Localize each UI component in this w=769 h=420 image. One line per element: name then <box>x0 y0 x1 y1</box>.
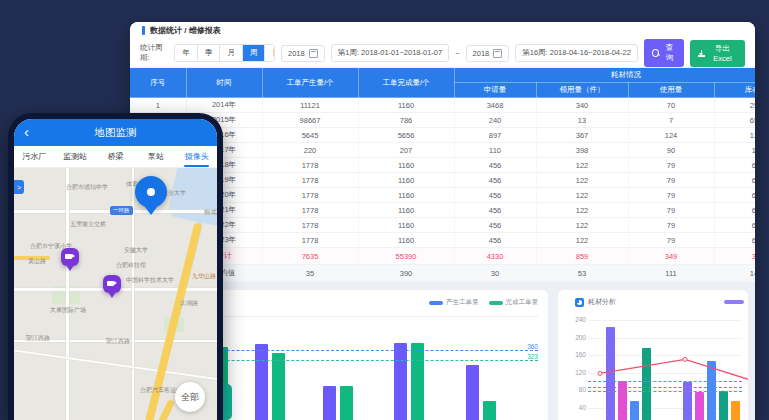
table-cell: 897 <box>454 128 536 143</box>
table-cell: 7635 <box>262 248 358 265</box>
table-cell: 79 <box>628 218 714 233</box>
legend-item[interactable]: 完成工单量 <box>489 298 539 307</box>
legend-label: 完成工单量 <box>506 298 539 307</box>
period-option-月[interactable]: 月 <box>220 45 243 61</box>
end-week-input[interactable]: 第16周: 2018-04-16~2018-04-22 <box>515 44 638 62</box>
table-cell: 1160 <box>358 203 454 218</box>
reference-line-label: 323 <box>527 353 538 360</box>
table-cell: 1160 <box>358 233 454 248</box>
period-option-日[interactable]: 日 <box>265 45 275 61</box>
map-place-label: 九华山路 <box>192 272 216 281</box>
location-pin-icon[interactable] <box>135 176 167 208</box>
export-excel-button[interactable]: 导出Excel <box>690 40 745 67</box>
phone-tab-摄像头[interactable]: 摄像头 <box>176 146 217 167</box>
table-cell: 30 <box>454 265 536 282</box>
table-cell: 207 <box>358 143 454 158</box>
table-cell: 19 <box>714 143 755 158</box>
map-place-label: 望江西路 <box>106 337 130 346</box>
query-button[interactable]: 查询 <box>644 39 684 67</box>
table-cell: 67 <box>714 173 755 188</box>
table-average-row: 平均值353903053111141 <box>130 265 755 282</box>
table-header: 工单完成量/个 <box>358 68 454 98</box>
bar <box>272 353 285 420</box>
bar <box>323 386 336 420</box>
table-cell: 2014年 <box>186 98 262 113</box>
table-row: 72020年177811604561227967 <box>130 188 755 203</box>
table-cell: 786 <box>358 113 454 128</box>
map-place-label: 合肥市琥珀中学 <box>66 183 108 192</box>
table-cell: 79 <box>628 188 714 203</box>
table-cell: 1160 <box>358 158 454 173</box>
phone-tab-监测站[interactable]: 监测站 <box>55 146 96 167</box>
table-row: 62019年177811604561227967 <box>130 173 755 188</box>
table-cell: 456 <box>454 158 536 173</box>
table-cell: 79 <box>628 203 714 218</box>
trend-line <box>558 290 748 420</box>
table-cell: 456 <box>454 173 536 188</box>
report-table-wrap: 序号时间工单产生量/个工单完成量/个耗材情况申请量领用量（件）使用量库存量120… <box>130 68 755 282</box>
bar <box>466 365 479 420</box>
map-place-label: 安徽大学 <box>124 246 148 255</box>
legend-pill-icon <box>489 301 503 305</box>
table-cell: 141 <box>714 265 755 282</box>
table-cell: 33 <box>714 248 755 265</box>
calendar-icon <box>493 49 502 58</box>
phone-tab-污水厂[interactable]: 污水厂 <box>14 146 55 167</box>
table-cell: 53 <box>536 265 628 282</box>
period-option-年[interactable]: 年 <box>175 45 198 61</box>
table-cell: 110 <box>454 143 536 158</box>
expand-arrow-icon[interactable]: > <box>14 180 24 194</box>
map-place-label: 五里墩立交桥 <box>70 220 106 229</box>
start-year-select[interactable]: 2018 <box>281 45 325 62</box>
bar <box>340 386 353 420</box>
table-cell: 122 <box>536 218 628 233</box>
table-cell: 456 <box>454 188 536 203</box>
table-cell: 70 <box>628 98 714 113</box>
camera-pin-icon[interactable] <box>61 248 79 266</box>
workorder-chart-legend: 产生工单量完成工单量 <box>429 298 538 307</box>
table-subheader: 库存量 <box>714 83 755 98</box>
table-cell: 456 <box>454 203 536 218</box>
period-option-季[interactable]: 季 <box>198 45 221 61</box>
table-row: 102023年177811604561227967 <box>130 233 755 248</box>
table-cell: 3468 <box>454 98 536 113</box>
table-cell: 122 <box>536 173 628 188</box>
filter-bar: 统计周期: 年季月周日 2018 第1周: 2018-01-01~2018-01… <box>130 39 755 68</box>
table-cell: 220 <box>262 143 358 158</box>
consumable-chart-card: 耗材分析 2402001601208040 <box>558 290 748 420</box>
table-row: 82021年177811604561227967 <box>130 203 755 218</box>
breadcrumb-accent <box>142 26 145 35</box>
map-place-label: 望江西路 <box>26 334 50 343</box>
period-option-周[interactable]: 周 <box>243 45 266 61</box>
breadcrumb: 数据统计 / 维修报表 <box>130 22 755 39</box>
table-cell: 367 <box>536 128 628 143</box>
table-cell: 124 <box>628 128 714 143</box>
table-row: 32016年56455656897367124129 <box>130 128 755 143</box>
period-label: 统计周期: <box>140 43 168 63</box>
table-cell: 79 <box>628 173 714 188</box>
table-cell: 67 <box>714 218 755 233</box>
table-row: 22015年98667786240137650 <box>130 113 755 128</box>
camera-pin-icon[interactable] <box>103 275 121 293</box>
table-cell: 122 <box>536 203 628 218</box>
table-cell: 122 <box>536 158 628 173</box>
phone-tab-泵站[interactable]: 泵站 <box>136 146 177 167</box>
back-chevron-icon[interactable]: ‹ <box>24 123 29 141</box>
table-cell: 11121 <box>262 98 358 113</box>
table-cell: 129 <box>714 128 755 143</box>
end-year-select[interactable]: 2018 <box>466 45 510 62</box>
phone-header: ‹ 地图监测 <box>14 119 217 146</box>
legend-item[interactable]: 产生工单量 <box>429 298 479 307</box>
query-button-label: 查询 <box>663 43 676 63</box>
table-cell: 67 <box>714 203 755 218</box>
table-cell: 7 <box>628 113 714 128</box>
table-cell: 349 <box>628 248 714 265</box>
map-place-label: 黄山路 <box>28 257 46 266</box>
all-filter-button[interactable]: 全部 <box>175 382 205 412</box>
phone-frame: ‹ 地图监测 污水厂监测站桥梁泵站摄像头 一环路 <box>8 113 223 420</box>
calendar-icon <box>309 49 318 58</box>
start-week-input[interactable]: 第1周: 2018-01-01~2018-01-07 <box>331 44 449 62</box>
table-cell: 67 <box>714 188 755 203</box>
map-view[interactable]: 一环路 > 全部 体育场安徽农业大学合肥市琥珀中学五里墩立交桥合肥市宁溪小学安徽… <box>14 168 217 420</box>
phone-tab-桥梁[interactable]: 桥梁 <box>95 146 136 167</box>
